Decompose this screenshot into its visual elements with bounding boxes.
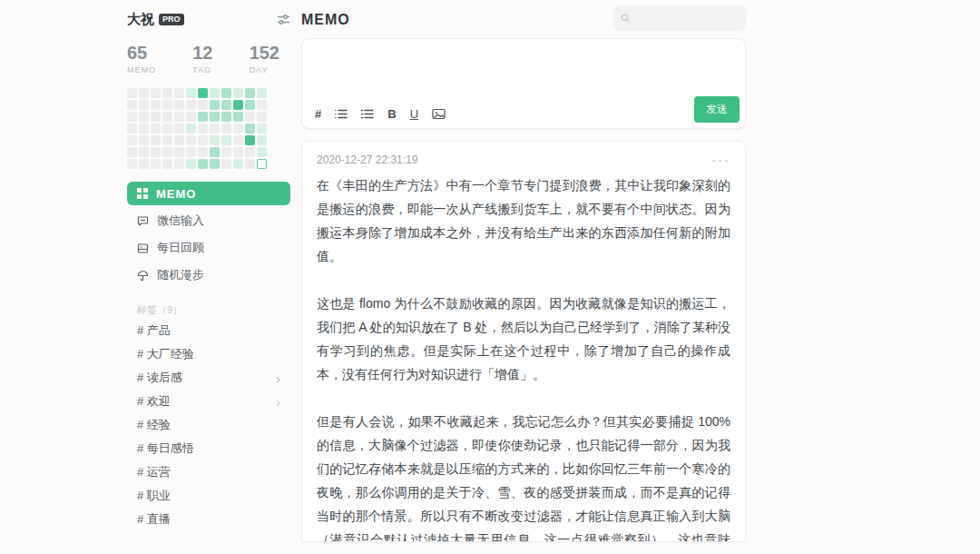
editor-toolbar: # B U [315,108,446,120]
heatmap-cell [198,124,208,134]
bullet-list-icon[interactable] [335,108,348,120]
search-box[interactable] [613,5,746,31]
main-column: MEMO # [301,0,746,542]
heatmap-cell [162,124,172,134]
activity-heatmap [127,88,290,169]
heatmap-cell [139,159,149,169]
heatmap-cell [233,135,243,145]
heatmap-cell [186,124,196,134]
tags-header: 标签（9） [137,303,280,317]
memo-head: 2020-12-27 22:31:19 ··· [317,153,730,166]
heatmap-cell [174,135,184,145]
heatmap-cell [198,135,208,145]
editor-input[interactable] [313,48,734,97]
search-input[interactable] [635,12,739,25]
tag-item[interactable]: # 运营 [127,460,290,484]
heatmap-cell [174,124,184,134]
heatmap-cell [186,88,196,98]
ordered-list-icon[interactable] [361,108,374,120]
tag-item[interactable]: # 读后感› [127,366,290,390]
memo-body: 在《丰田的生产方法》中有一个章节专门提到浪费，其中让我印象深刻的是搬运的浪费，即… [317,173,730,542]
brand-name: 大祝 [127,11,154,28]
sidebar-item-memo[interactable]: MEMO [127,182,290,205]
heatmap-cell [233,147,243,157]
heatmap-cell [210,135,220,145]
chevron-right-icon[interactable]: › [276,371,280,385]
heatmap-cell [198,88,208,98]
search-icon [621,13,630,24]
umbrella-icon [137,270,149,282]
heatmap-cell [210,147,220,157]
tag-label: # 每日感悟 [137,440,194,457]
stat-tag: 12 TAG [192,43,212,74]
tag-label: # 产品 [137,322,171,339]
heatmap-cell [233,112,243,122]
memo-timestamp: 2020-12-27 22:31:19 [317,153,417,166]
stat-tag-value: 12 [192,43,212,63]
heatmap-cell [245,88,255,98]
tag-item[interactable]: # 产品 [127,319,290,342]
tag-item[interactable]: # 直播 [127,508,290,531]
memo-editor: # B U [301,38,746,129]
heatmap-cell [257,100,267,110]
heatmap-cell [139,147,149,157]
heatmap-cell [221,124,231,134]
daily-review-icon [137,242,149,254]
send-button[interactable]: 发送 [694,96,740,123]
sidebar: 大祝 PRO 65 MEMO 12 TAG 152 DAY [127,0,290,531]
heatmap-cell [245,159,255,169]
heatmap-cell [127,159,137,169]
tag-item[interactable]: # 欢迎› [127,390,290,413]
heatmap-cell [198,112,208,122]
heatmap-cell [162,135,172,145]
tag-list: # 产品# 大厂经验# 读后感›# 欢迎›# 经验# 每日感悟# 运营# 职业#… [127,319,290,531]
image-icon[interactable] [432,108,446,120]
sliders-icon[interactable] [277,13,290,26]
sidebar-item-daily-review[interactable]: 每日回顾 [127,236,290,260]
heatmap-cell [162,88,172,98]
menu-label: 每日回顾 [157,240,204,256]
memo-paragraph: 在《丰田的生产方法》中有一个章节专门提到浪费，其中让我印象深刻的是搬运的浪费，即… [317,173,730,268]
bold-icon[interactable]: B [387,108,396,120]
grid-icon [137,188,148,199]
heatmap-cell [186,135,196,145]
heatmap-cell [233,124,243,134]
heatmap-cell [233,159,243,169]
more-options-icon[interactable]: ··· [711,153,730,166]
heatmap-cell [257,88,267,98]
heatmap-cell [127,124,137,134]
memo-card: 2020-12-27 22:31:19 ··· 在《丰田的生产方法》中有一个章节… [301,141,746,542]
tag-item[interactable]: # 大厂经验 [127,342,290,366]
heatmap-cell [221,100,231,110]
heatmap-cell [139,100,149,110]
stat-memo-value: 65 [127,43,156,63]
tag-item[interactable]: # 经验 [127,413,290,437]
tag-item[interactable]: # 职业 [127,484,290,508]
heatmap-cell [151,124,161,134]
heatmap-cell [151,100,161,110]
heatmap-cell [174,147,184,157]
chevron-right-icon[interactable]: › [276,395,280,409]
tag-label: # 欢迎 [137,393,171,410]
stat-day-value: 152 [250,43,279,63]
sidebar-item-random-walk[interactable]: 随机漫步 [127,263,290,287]
heatmap-cell [151,112,161,122]
heatmap-cell [162,147,172,157]
heatmap-cell [198,159,208,169]
heatmap-cell [221,135,231,145]
heatmap-cell-today [257,159,267,169]
tag-item[interactable]: # 每日感悟 [127,437,290,460]
tag-label: # 职业 [137,488,171,504]
heatmap-cell [162,159,172,169]
heatmap-cell [139,124,149,134]
heatmap-cell [210,112,220,122]
hash-icon[interactable]: # [315,108,321,120]
heatmap-cell [257,135,267,145]
heatmap-cell [233,88,243,98]
underline-icon[interactable]: U [410,108,418,120]
heatmap-cell [162,100,172,110]
memo-paragraph: 这也是 flomo 为什么不鼓励收藏的原因。因为收藏就像是知识的搬运工，我们把 … [317,292,730,386]
heatmap-cell [210,88,220,98]
sidebar-item-wechat-input[interactable]: 微信输入 [127,209,290,232]
heatmap-cell [210,159,220,169]
